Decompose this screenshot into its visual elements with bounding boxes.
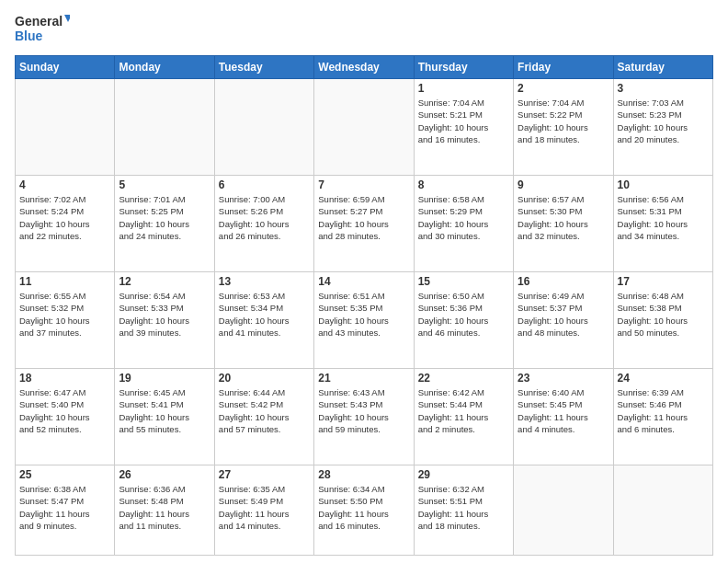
calendar-cell: 6Sunrise: 7:00 AMSunset: 5:26 PMDaylight… <box>214 176 313 272</box>
calendar-week-row: 18Sunrise: 6:47 AMSunset: 5:40 PMDayligh… <box>16 369 713 465</box>
day-info: Sunrise: 6:56 AMSunset: 5:31 PMDaylight:… <box>618 193 709 242</box>
day-number: 23 <box>518 372 609 385</box>
day-info: Sunrise: 6:59 AMSunset: 5:27 PMDaylight:… <box>318 193 409 242</box>
day-info: Sunrise: 6:58 AMSunset: 5:29 PMDaylight:… <box>418 193 509 242</box>
calendar-cell <box>514 465 613 556</box>
day-number: 28 <box>318 468 409 481</box>
day-info: Sunrise: 6:53 AMSunset: 5:34 PMDaylight:… <box>219 290 310 339</box>
logo: General Blue <box>15 11 70 48</box>
page: General Blue SundayMondayTuesdayWednesda… <box>0 0 728 563</box>
header: General Blue <box>15 11 713 48</box>
day-info: Sunrise: 6:36 AMSunset: 5:48 PMDaylight:… <box>119 483 210 532</box>
calendar-cell: 17Sunrise: 6:48 AMSunset: 5:38 PMDayligh… <box>613 272 712 369</box>
day-number: 4 <box>19 178 110 191</box>
calendar-cell: 24Sunrise: 6:39 AMSunset: 5:46 PMDayligh… <box>613 369 712 465</box>
day-info: Sunrise: 6:42 AMSunset: 5:44 PMDaylight:… <box>418 386 509 435</box>
calendar-cell: 9Sunrise: 6:57 AMSunset: 5:30 PMDaylight… <box>514 176 613 272</box>
calendar-cell: 26Sunrise: 6:36 AMSunset: 5:48 PMDayligh… <box>115 465 214 556</box>
day-number: 15 <box>418 275 509 288</box>
calendar-cell <box>16 79 115 176</box>
day-number: 22 <box>418 372 509 385</box>
calendar-cell: 15Sunrise: 6:50 AMSunset: 5:36 PMDayligh… <box>414 272 513 369</box>
calendar-cell: 23Sunrise: 6:40 AMSunset: 5:45 PMDayligh… <box>514 369 613 465</box>
calendar-cell: 2Sunrise: 7:04 AMSunset: 5:22 PMDaylight… <box>514 79 613 176</box>
col-header-saturday: Saturday <box>613 56 712 79</box>
day-info: Sunrise: 6:45 AMSunset: 5:41 PMDaylight:… <box>119 386 210 435</box>
day-number: 7 <box>318 178 409 191</box>
col-header-wednesday: Wednesday <box>314 56 414 79</box>
calendar-cell: 3Sunrise: 7:03 AMSunset: 5:23 PMDaylight… <box>613 79 712 176</box>
day-info: Sunrise: 6:43 AMSunset: 5:43 PMDaylight:… <box>318 386 409 435</box>
day-info: Sunrise: 6:34 AMSunset: 5:50 PMDaylight:… <box>318 483 409 532</box>
day-info: Sunrise: 6:49 AMSunset: 5:37 PMDaylight:… <box>518 290 609 339</box>
day-info: Sunrise: 6:51 AMSunset: 5:35 PMDaylight:… <box>318 290 409 339</box>
calendar-cell: 7Sunrise: 6:59 AMSunset: 5:27 PMDaylight… <box>314 176 414 272</box>
day-number: 12 <box>119 275 210 288</box>
day-info: Sunrise: 6:32 AMSunset: 5:51 PMDaylight:… <box>418 483 509 532</box>
calendar-week-row: 4Sunrise: 7:02 AMSunset: 5:24 PMDaylight… <box>16 176 713 272</box>
day-number: 10 <box>618 178 709 191</box>
day-info: Sunrise: 6:38 AMSunset: 5:47 PMDaylight:… <box>19 483 110 532</box>
svg-marker-2 <box>64 15 70 22</box>
day-info: Sunrise: 6:57 AMSunset: 5:30 PMDaylight:… <box>518 193 609 242</box>
day-info: Sunrise: 7:01 AMSunset: 5:25 PMDaylight:… <box>119 193 210 242</box>
calendar-cell: 20Sunrise: 6:44 AMSunset: 5:42 PMDayligh… <box>214 369 313 465</box>
calendar-table: SundayMondayTuesdayWednesdayThursdayFrid… <box>15 55 713 556</box>
calendar-header-row: SundayMondayTuesdayWednesdayThursdayFrid… <box>16 56 713 79</box>
calendar-cell: 28Sunrise: 6:34 AMSunset: 5:50 PMDayligh… <box>314 465 414 556</box>
day-info: Sunrise: 6:54 AMSunset: 5:33 PMDaylight:… <box>119 290 210 339</box>
day-number: 13 <box>219 275 310 288</box>
day-number: 2 <box>518 82 609 95</box>
day-number: 24 <box>618 372 709 385</box>
calendar-cell: 4Sunrise: 7:02 AMSunset: 5:24 PMDaylight… <box>16 176 115 272</box>
svg-text:General: General <box>15 14 63 29</box>
calendar-week-row: 25Sunrise: 6:38 AMSunset: 5:47 PMDayligh… <box>16 465 713 556</box>
col-header-tuesday: Tuesday <box>214 56 313 79</box>
calendar-cell: 16Sunrise: 6:49 AMSunset: 5:37 PMDayligh… <box>514 272 613 369</box>
day-number: 25 <box>19 468 110 481</box>
day-number: 1 <box>418 82 509 95</box>
day-info: Sunrise: 7:00 AMSunset: 5:26 PMDaylight:… <box>219 193 310 242</box>
day-number: 20 <box>219 372 310 385</box>
calendar-cell: 14Sunrise: 6:51 AMSunset: 5:35 PMDayligh… <box>314 272 414 369</box>
day-info: Sunrise: 6:47 AMSunset: 5:40 PMDaylight:… <box>19 386 110 435</box>
col-header-monday: Monday <box>115 56 214 79</box>
calendar-cell: 27Sunrise: 6:35 AMSunset: 5:49 PMDayligh… <box>214 465 313 556</box>
calendar-cell: 19Sunrise: 6:45 AMSunset: 5:41 PMDayligh… <box>115 369 214 465</box>
col-header-sunday: Sunday <box>16 56 115 79</box>
calendar-cell <box>314 79 414 176</box>
calendar-cell <box>115 79 214 176</box>
calendar-week-row: 1Sunrise: 7:04 AMSunset: 5:21 PMDaylight… <box>16 79 713 176</box>
day-number: 8 <box>418 178 509 191</box>
calendar-cell: 5Sunrise: 7:01 AMSunset: 5:25 PMDaylight… <box>115 176 214 272</box>
day-info: Sunrise: 6:44 AMSunset: 5:42 PMDaylight:… <box>219 386 310 435</box>
day-number: 14 <box>318 275 409 288</box>
day-number: 21 <box>318 372 409 385</box>
day-info: Sunrise: 6:39 AMSunset: 5:46 PMDaylight:… <box>618 386 709 435</box>
calendar-cell: 1Sunrise: 7:04 AMSunset: 5:21 PMDaylight… <box>414 79 513 176</box>
svg-text:Blue: Blue <box>15 29 43 43</box>
day-number: 16 <box>518 275 609 288</box>
day-number: 9 <box>518 178 609 191</box>
day-number: 3 <box>618 82 709 95</box>
calendar-cell: 22Sunrise: 6:42 AMSunset: 5:44 PMDayligh… <box>414 369 513 465</box>
calendar-week-row: 11Sunrise: 6:55 AMSunset: 5:32 PMDayligh… <box>16 272 713 369</box>
day-info: Sunrise: 7:04 AMSunset: 5:22 PMDaylight:… <box>518 97 609 145</box>
calendar-cell: 11Sunrise: 6:55 AMSunset: 5:32 PMDayligh… <box>16 272 115 369</box>
calendar-cell: 29Sunrise: 6:32 AMSunset: 5:51 PMDayligh… <box>414 465 513 556</box>
day-number: 27 <box>219 468 310 481</box>
calendar-cell: 12Sunrise: 6:54 AMSunset: 5:33 PMDayligh… <box>115 272 214 369</box>
calendar-cell: 18Sunrise: 6:47 AMSunset: 5:40 PMDayligh… <box>16 369 115 465</box>
day-info: Sunrise: 6:48 AMSunset: 5:38 PMDaylight:… <box>618 290 709 339</box>
day-info: Sunrise: 7:04 AMSunset: 5:21 PMDaylight:… <box>418 97 509 145</box>
day-number: 18 <box>19 372 110 385</box>
day-number: 5 <box>119 178 210 191</box>
day-info: Sunrise: 6:35 AMSunset: 5:49 PMDaylight:… <box>219 483 310 532</box>
day-number: 26 <box>119 468 210 481</box>
day-number: 17 <box>618 275 709 288</box>
day-info: Sunrise: 6:50 AMSunset: 5:36 PMDaylight:… <box>418 290 509 339</box>
calendar-cell: 21Sunrise: 6:43 AMSunset: 5:43 PMDayligh… <box>314 369 414 465</box>
day-info: Sunrise: 6:40 AMSunset: 5:45 PMDaylight:… <box>518 386 609 435</box>
calendar-cell: 25Sunrise: 6:38 AMSunset: 5:47 PMDayligh… <box>16 465 115 556</box>
calendar-cell: 8Sunrise: 6:58 AMSunset: 5:29 PMDaylight… <box>414 176 513 272</box>
